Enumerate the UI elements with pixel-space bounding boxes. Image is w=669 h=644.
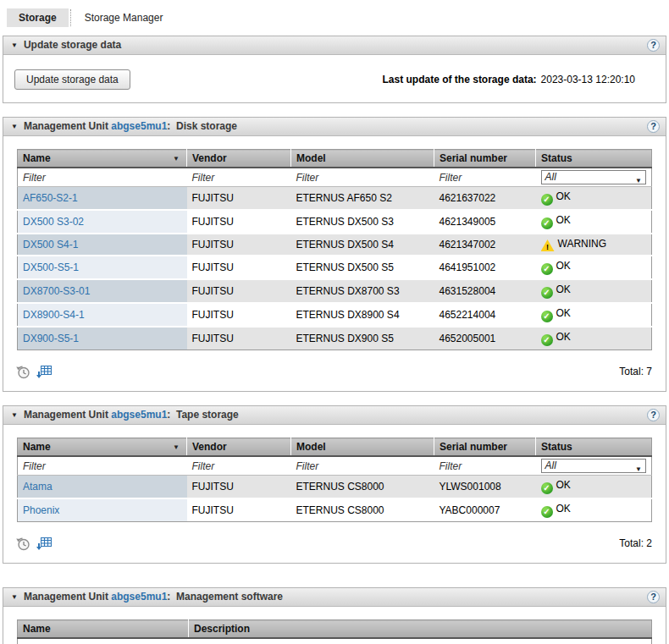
status-filter-select[interactable]: All▼ xyxy=(541,459,647,473)
management-unit-link[interactable]: abgse5mu1 xyxy=(111,591,167,603)
history-icon[interactable] xyxy=(15,364,30,379)
column-header-model[interactable]: Model xyxy=(291,150,434,168)
management-software-panel-header[interactable]: ▼Management Unit abgse5mu1: Management s… xyxy=(3,588,666,607)
ok-status-icon: ✓ xyxy=(541,217,553,229)
column-header-name[interactable]: Name▼ xyxy=(18,150,187,168)
storage-name-link[interactable]: AF650-S2-1 xyxy=(23,192,78,204)
panel-title-prefix: Management Unit xyxy=(24,409,108,421)
export-table-icon[interactable] xyxy=(36,537,53,551)
help-icon[interactable]: ? xyxy=(647,120,660,133)
warning-status-icon: ! xyxy=(541,239,555,251)
table-row: DX900-S5-1FUJITSUETERNUS DX900 S54652005… xyxy=(18,327,652,350)
collapse-icon[interactable]: ▼ xyxy=(11,118,18,135)
storage-name-link[interactable]: Atama xyxy=(23,481,53,493)
filter-cell-status: All▼ xyxy=(536,168,652,187)
column-header-description[interactable]: Description xyxy=(189,620,652,639)
ok-status-icon: ✓ xyxy=(541,311,553,322)
ok-status-icon: ✓ xyxy=(541,506,553,518)
filter-input-name[interactable]: Filter xyxy=(18,168,187,187)
tab-storage[interactable]: Storage xyxy=(7,8,69,27)
disk-storage-table: Name▼ Vendor Model Serial number Status … xyxy=(17,149,652,350)
sort-desc-icon[interactable]: ▼ xyxy=(173,155,180,162)
column-header-status[interactable]: Status xyxy=(536,438,652,457)
column-header-vendor[interactable]: Vendor xyxy=(187,438,291,457)
model-cell: ETERNUS DX500 S5 xyxy=(291,256,434,279)
name-cell: Atama xyxy=(18,476,187,499)
management-unit-link[interactable]: abgse5mu1 xyxy=(111,409,167,421)
filter-input-model[interactable]: Filter xyxy=(291,456,434,476)
storage-name-link[interactable]: Phoenix xyxy=(23,504,59,516)
serial-cell: YABC000007 xyxy=(434,498,536,522)
name-cell: AF650-S2-1 xyxy=(18,187,187,211)
tab-storage-manager[interactable]: Storage Manager xyxy=(73,8,175,27)
update-storage-panel-header[interactable]: ▼Update storage data ? xyxy=(3,36,666,55)
column-header-status[interactable]: Status xyxy=(536,150,652,168)
disk-storage-table-footer: Total: 7 xyxy=(3,357,666,391)
name-cell: DX500-S5-1 xyxy=(18,256,187,279)
management-software-table-wrap: Name Description No data available xyxy=(3,607,666,644)
management-software-table: Name Description No data available xyxy=(17,619,652,644)
table-row: DX500-S5-1FUJITSUETERNUS DX500 S54641951… xyxy=(18,256,652,279)
storage-name-link[interactable]: DX8900-S4-1 xyxy=(23,309,85,321)
status-filter-select[interactable]: All▼ xyxy=(541,170,647,184)
collapse-icon[interactable]: ▼ xyxy=(11,36,18,54)
tape-storage-table-footer: Total: 2 xyxy=(3,529,666,563)
serial-cell: 4621347002 xyxy=(434,234,536,256)
column-header-vendor[interactable]: Vendor xyxy=(187,150,291,168)
tape-storage-panel: ▼Management Unit abgse5mu1: Tape storage… xyxy=(3,405,666,564)
vendor-cell: FUJITSU xyxy=(187,279,291,303)
serial-cell: 4621637022 xyxy=(434,187,536,211)
vendor-cell: FUJITSU xyxy=(187,187,291,211)
sort-desc-icon[interactable]: ▼ xyxy=(173,443,180,451)
storage-name-link[interactable]: DX500 S4-1 xyxy=(23,239,78,250)
collapse-icon[interactable]: ▼ xyxy=(11,588,18,606)
vendor-cell: FUJITSU xyxy=(187,303,291,327)
dropdown-arrow-icon: ▼ xyxy=(635,463,642,476)
help-icon[interactable]: ? xyxy=(647,39,660,52)
table-row: AF650-S2-1FUJITSUETERNUS AF650 S24621637… xyxy=(18,187,652,211)
status-cell: ✓OK xyxy=(536,210,652,234)
history-icon[interactable] xyxy=(15,536,30,551)
disk-storage-panel-header[interactable]: ▼Management Unit abgse5mu1: Disk storage… xyxy=(3,118,666,136)
last-update-value: 2023-03-13 12:20:10 xyxy=(541,74,635,85)
storage-name-link[interactable]: DX900-S5-1 xyxy=(23,333,79,344)
name-cell: DX8700-S3-01 xyxy=(18,279,187,303)
filter-input-model[interactable]: Filter xyxy=(291,168,434,187)
help-icon[interactable]: ? xyxy=(647,591,660,603)
column-header-name[interactable]: Name▼ xyxy=(18,438,187,457)
management-software-panel: ▼Management Unit abgse5mu1: Management s… xyxy=(3,587,666,644)
panel-title-separator: : xyxy=(167,120,170,132)
column-header-serial[interactable]: Serial number xyxy=(434,150,536,168)
serial-cell: 4631528004 xyxy=(434,279,536,303)
storage-name-link[interactable]: DX500-S5-1 xyxy=(23,261,79,273)
collapse-icon[interactable]: ▼ xyxy=(11,406,18,424)
model-cell: ETERNUS CS8000 xyxy=(291,498,434,522)
help-icon[interactable]: ? xyxy=(647,409,660,421)
table-row: PhoenixFUJITSUETERNUS CS8000YABC000007✓O… xyxy=(18,498,652,522)
no-data-message: No data available xyxy=(18,638,652,644)
storage-name-link[interactable]: DX8700-S3-01 xyxy=(23,285,90,297)
storage-name-link[interactable]: DX500 S3-02 xyxy=(23,216,84,228)
table-row: DX8700-S3-01FUJITSUETERNUS DX8700 S34631… xyxy=(18,279,652,303)
filter-input-serial[interactable]: Filter xyxy=(434,168,536,187)
model-cell: ETERNUS AF650 S2 xyxy=(291,187,434,211)
model-cell: ETERNUS DX900 S5 xyxy=(291,327,434,350)
update-storage-panel-body: Update storage data Last update of the s… xyxy=(3,55,666,102)
update-storage-data-button[interactable]: Update storage data xyxy=(14,69,130,90)
status-cell: ✓OK xyxy=(536,476,652,499)
filter-input-vendor[interactable]: Filter xyxy=(187,168,291,187)
column-header-name[interactable]: Name xyxy=(18,620,189,639)
vendor-cell: FUJITSU xyxy=(187,327,291,350)
tape-storage-panel-header[interactable]: ▼Management Unit abgse5mu1: Tape storage… xyxy=(3,406,666,425)
filter-input-name[interactable]: Filter xyxy=(18,456,187,476)
total-count: Total: 2 xyxy=(619,537,652,549)
export-table-icon[interactable] xyxy=(36,365,53,379)
filter-input-vendor[interactable]: Filter xyxy=(187,456,291,476)
panel-title-separator: : xyxy=(167,409,170,421)
management-unit-link[interactable]: abgse5mu1 xyxy=(111,120,167,132)
filter-input-serial[interactable]: Filter xyxy=(434,456,536,476)
column-header-model[interactable]: Model xyxy=(291,438,434,457)
serial-cell: YLWS001008 xyxy=(434,476,536,499)
column-header-serial[interactable]: Serial number xyxy=(434,438,536,457)
status-cell: ✓OK xyxy=(536,187,652,211)
